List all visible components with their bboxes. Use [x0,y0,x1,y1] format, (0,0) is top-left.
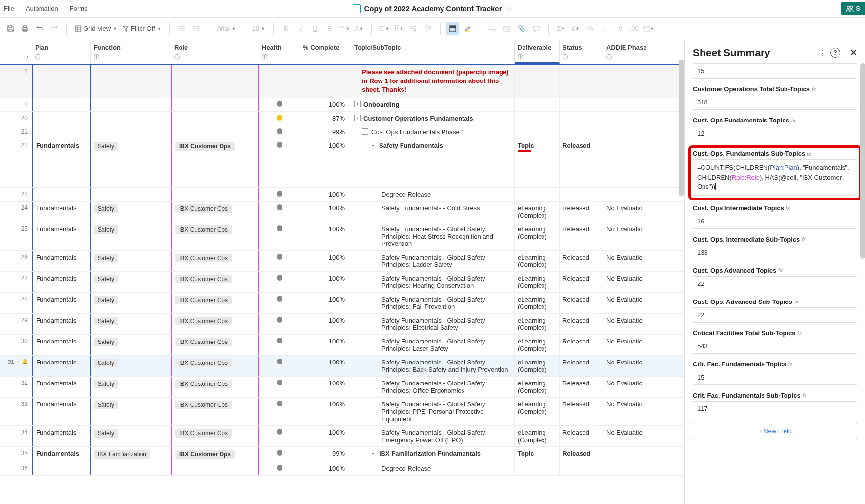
cell-topic[interactable]: Safety Fundamentals - Global Safety Prin… [351,272,515,292]
cell-complete[interactable]: 99% [300,125,351,139]
cell-complete[interactable]: 100% [300,426,351,446]
summary-field-value[interactable]: 12 [693,126,857,141]
cell-deliverable[interactable]: eLearning (Complex) [515,272,560,292]
table-row[interactable]: 30FundamentalsSafetyIBX Customer Ops100%… [0,335,684,356]
outdent-icon[interactable] [176,22,188,35]
cell-complete[interactable]: 87% [300,112,351,125]
cell-phase[interactable] [603,447,684,462]
cell-deliverable[interactable]: eLearning (Complex) [515,222,560,250]
cell-complete[interactable]: 100% [300,293,351,313]
cell-deliverable[interactable] [515,125,560,139]
cell-role[interactable] [171,462,259,475]
grid-body[interactable]: 1Please see attached document (paperclip… [0,65,684,476]
cell-function[interactable]: IBX Familiarization [91,447,171,462]
menu-forms[interactable]: Forms [70,5,88,12]
cell-complete[interactable]: 99% [300,447,351,462]
cell-deliverable[interactable]: eLearning (Complex) [515,314,560,334]
column-deliverable[interactable]: Deliverableⓘ [515,40,560,64]
cell-role[interactable] [171,125,259,139]
cell-topic[interactable]: Safety Fundamentals - Global Safety Prin… [351,222,515,250]
cell-topic[interactable]: -IBX Familiarization Fundamentals [351,447,515,462]
cell-plan[interactable] [32,112,91,125]
cell-status[interactable]: Released [560,335,603,355]
cell-role[interactable]: IBX Customer Ops [171,202,259,222]
table-row[interactable]: 36100%Degreed Release [0,462,684,476]
help-icon[interactable]: ? [830,48,840,58]
cell-status[interactable]: Released [560,222,603,250]
cell-status[interactable]: Released [560,426,603,446]
row-number[interactable]: 22 [0,139,32,187]
row-number[interactable]: 24 [0,202,32,222]
table-row[interactable]: 2100%+Onboarding [0,98,684,112]
cell-health[interactable] [259,222,300,250]
cell-health[interactable] [259,335,300,355]
decrease-decimal-icon[interactable]: .0 [613,22,626,35]
cell-role[interactable]: IBX Customer Ops [171,447,259,462]
collapse-toggle[interactable]: + [354,101,361,107]
cell-function[interactable]: Safety [91,356,171,376]
cell-role[interactable] [171,188,259,201]
cell-deliverable[interactable]: Topic [515,139,560,187]
cell-deliverable[interactable] [515,112,560,125]
cell-role[interactable]: IBX Customer Ops [171,222,259,250]
cell-topic[interactable]: Safety Fundamentals - Cold Stress [351,202,515,222]
cell-role[interactable]: IBX Customer Ops [171,398,259,425]
text-color-icon[interactable]: A▼ [353,22,365,35]
print-icon[interactable] [19,22,31,35]
link-icon[interactable] [486,22,499,35]
row-number[interactable]: 29 [0,314,32,334]
summary-field-value[interactable]: 15 [693,63,857,79]
undo-icon[interactable] [33,22,46,35]
column-phase[interactable]: ADDIE Phaseⓘ [603,40,684,64]
cell-topic[interactable]: Safety Fundamentals - Global Safety Prin… [351,398,515,425]
row-number[interactable]: 21 [0,125,32,139]
table-row[interactable]: 22FundamentalsSafetyIBX Customer Ops100%… [0,139,684,188]
font-size-dropdown[interactable]: 10 ▼ [250,25,267,32]
cell-topic[interactable]: -Safety Fundamentals [351,139,515,187]
table-row[interactable]: 2087%-Customer Operations Fundamentals [0,112,684,125]
cell-role[interactable]: IBX Customer Ops [171,139,259,187]
cell-role[interactable]: IBX Customer Ops [171,377,259,397]
cell-plan[interactable]: Fundamentals [32,377,91,397]
cell-phase[interactable] [603,98,684,111]
cell-function[interactable]: Safety [91,222,171,250]
cell-plan[interactable] [32,65,91,98]
cell-status[interactable] [560,188,603,201]
cell-topic[interactable]: Safety Fundamentals - Global Safety Prin… [351,251,515,271]
cell-complete[interactable]: 100% [300,98,351,111]
cell-health[interactable] [259,356,300,376]
cell-function[interactable]: Safety [91,139,171,187]
favorite-star-icon[interactable]: ☆ [506,4,513,13]
row-number[interactable]: 2 [0,98,32,111]
cell-deliverable[interactable] [515,462,560,475]
table-row[interactable]: 25FundamentalsSafetyIBX Customer Ops100%… [0,222,684,251]
cell-role[interactable]: IBX Customer Ops [171,356,259,376]
fill-color-icon[interactable]: ▼ [338,22,351,35]
column-complete[interactable]: % Complete [300,40,351,64]
row-number[interactable]: 33 [0,398,32,425]
cell-health[interactable] [259,251,300,271]
summary-field-value[interactable]: 22 [693,307,857,323]
cell-topic[interactable]: Safety Fundamentals - Global Safety Prin… [351,335,515,355]
table-row[interactable]: 28FundamentalsSafetyIBX Customer Ops100%… [0,293,684,314]
cell-plan[interactable]: Fundamentals [32,139,91,187]
cell-health[interactable] [259,65,300,98]
cell-role[interactable] [171,98,259,111]
cell-complete[interactable]: 100% [300,202,351,222]
cell-status[interactable]: Released [560,202,603,222]
cell-topic[interactable]: -Cust Ops Fundamentals Phase 1 [351,125,515,139]
thousands-icon[interactable]: , [599,22,611,35]
table-row[interactable]: 2199%-Cust Ops Fundamentals Phase 1 [0,125,684,139]
summary-field-value[interactable]: 318 [693,95,857,110]
indent-icon[interactable] [190,22,203,35]
cell-health[interactable] [259,112,300,125]
collapse-toggle[interactable]: - [362,128,368,135]
grid-view-dropdown[interactable]: Grid View ▼ [73,25,119,32]
cell-plan[interactable]: Fundamentals [32,202,91,222]
column-status[interactable]: Statusⓘ [560,40,603,64]
cell-function[interactable]: Safety [91,293,171,313]
column-function[interactable]: Functionⓘ [91,40,171,64]
row-number[interactable]: 32 [0,377,32,397]
cell-status[interactable]: Released [560,293,603,313]
cell-topic[interactable]: Safety Fundamentals - Global Safety Prin… [351,293,515,313]
